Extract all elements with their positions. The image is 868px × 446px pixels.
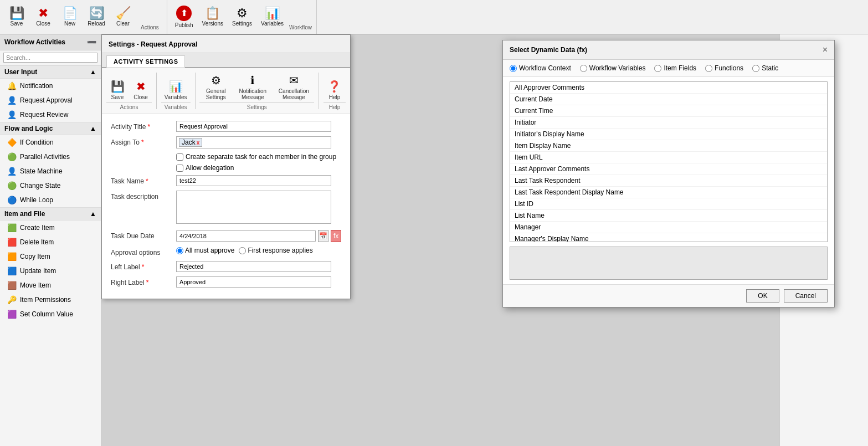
sidebar-collapse-icon[interactable]: ➖: [87, 38, 96, 47]
dynamic-list-item[interactable]: Current Date: [510, 94, 827, 105]
variables-button[interactable]: 📊 Variables: [258, 2, 287, 32]
dynamic-list-item[interactable]: List Name: [510, 210, 827, 222]
approval-first-response-radio[interactable]: [239, 247, 246, 254]
settings-save-button[interactable]: 💾 Save: [106, 78, 129, 102]
radio-functions[interactable]: [705, 65, 712, 72]
radio-item-fields[interactable]: [654, 65, 661, 72]
section-item-and-file[interactable]: Item and File ▲: [0, 207, 101, 221]
cancellation-message-button[interactable]: ✉ Cancellation Message: [273, 71, 314, 102]
help-button[interactable]: ❓ Help: [323, 78, 346, 102]
general-settings-label: General Settings: [203, 88, 229, 100]
sidebar-item-delete-item[interactable]: 🟥 Delete Item: [0, 235, 101, 249]
right-label-row: Right Label *: [111, 276, 341, 288]
reload-label: Reload: [88, 20, 105, 27]
left-label-row: Left Label *: [111, 261, 341, 272]
radio-static[interactable]: [752, 65, 759, 72]
settings-close-button[interactable]: ✖ Close: [130, 78, 152, 102]
approval-all-must-radio[interactable]: [176, 247, 183, 254]
dynamic-list-item[interactable]: Initiator: [510, 117, 827, 129]
new-button[interactable]: 📄 New: [58, 2, 82, 32]
settings-variables-button[interactable]: 📊 Variables: [161, 78, 191, 102]
dynamic-dialog-radios: Workflow Context Workflow Variables Item…: [503, 60, 834, 77]
approval-all-must-label[interactable]: All must approve: [176, 247, 234, 254]
sidebar-item-move-item[interactable]: 🟫 Move Item: [0, 278, 101, 293]
radio-item-fields-label[interactable]: Item Fields: [654, 64, 696, 72]
radio-workflow-context[interactable]: [510, 65, 517, 72]
checkbox-separate-task[interactable]: [176, 153, 183, 161]
sidebar-item-item-permissions[interactable]: 🔑 Item Permissions: [0, 293, 101, 307]
task-due-date-input[interactable]: [176, 230, 316, 242]
item-permissions-icon: 🔑: [7, 295, 17, 305]
clear-button[interactable]: 🧹 Clear: [111, 2, 135, 32]
sidebar-item-while-loop[interactable]: 🔵 While Loop: [0, 193, 101, 207]
section-flow-and-logic[interactable]: Flow and Logic ▲: [0, 122, 101, 135]
settings-button[interactable]: ⚙ Settings: [229, 2, 255, 32]
section-flow-items: 🔶 If Condition 🟢 Parallel Activities 👤 S…: [0, 135, 101, 207]
checkbox-allow-delegation[interactable]: [176, 165, 183, 172]
sidebar-item-if-condition[interactable]: 🔶 If Condition: [0, 135, 101, 150]
dynamic-list-item[interactable]: Last Approver Comments: [510, 163, 827, 175]
radio-workflow-variables[interactable]: [580, 65, 587, 72]
checkbox-allow-delegation-row: Allow delegation: [176, 164, 341, 172]
dynamic-list-item[interactable]: Item URL: [510, 152, 827, 163]
dynamic-list-item[interactable]: Last Task Respondent Display Name: [510, 187, 827, 198]
dynamic-data-list[interactable]: All Approver CommentsCurrent DateCurrent…: [510, 81, 828, 242]
radio-workflow-context-label[interactable]: Workflow Context: [510, 64, 571, 72]
dynamic-list-item[interactable]: Initiator's Display Name: [510, 129, 827, 140]
dynamic-ok-button[interactable]: OK: [746, 289, 779, 303]
approval-first-response-label[interactable]: First response applies: [239, 247, 312, 254]
radio-functions-label[interactable]: Functions: [705, 64, 743, 72]
dynamic-list-item[interactable]: Last Task Respondent: [510, 175, 827, 187]
assign-to-tag-input[interactable]: Jack x: [176, 136, 331, 148]
publish-button[interactable]: ⬆ Publish: [172, 2, 197, 32]
general-settings-button[interactable]: ⚙ General Settings: [199, 71, 232, 102]
save-button[interactable]: 💾 Save: [4, 2, 29, 32]
dynamic-list-item[interactable]: List ID: [510, 198, 827, 210]
sidebar-item-copy-item[interactable]: 🟧 Copy Item: [0, 249, 101, 264]
right-label-input[interactable]: [176, 276, 331, 288]
task-description-input[interactable]: [176, 191, 331, 224]
dynamic-list-item[interactable]: All Approver Comments: [510, 82, 827, 94]
dynamic-list-item[interactable]: Manager's Display Name: [510, 233, 827, 242]
assign-to-tag-remove[interactable]: x: [197, 140, 200, 146]
sidebar-item-state-machine[interactable]: 👤 State Machine: [0, 164, 101, 178]
sidebar-item-create-item[interactable]: 🟩 Create Item: [0, 221, 101, 235]
radio-workflow-variables-label[interactable]: Workflow Variables: [580, 64, 646, 72]
dynamic-list-item[interactable]: Manager: [510, 222, 827, 233]
notification-message-button[interactable]: ℹ Notification Message: [233, 71, 272, 102]
sidebar-item-set-column-value[interactable]: 🟪 Set Column Value: [0, 307, 101, 321]
section-user-input[interactable]: User Input ▲: [0, 65, 101, 79]
sidebar-item-request-approval[interactable]: 👤 Request Approval: [0, 93, 101, 107]
close-button[interactable]: ✖ Close: [31, 2, 55, 32]
radio-static-label[interactable]: Static: [752, 64, 778, 72]
settings-tab-activity[interactable]: ACTIVITY SETTINGS: [106, 55, 185, 68]
checkbox-allow-delegation-label: Allow delegation: [186, 164, 234, 172]
change-state-icon: 🟢: [7, 181, 17, 191]
reload-button[interactable]: 🔄 Reload: [84, 2, 109, 32]
sidebar-item-notification-label: Notification: [20, 82, 53, 90]
sidebar-search-input[interactable]: [3, 53, 97, 63]
dynamic-dialog-close-button[interactable]: ×: [823, 45, 828, 55]
radio-workflow-context-text: Workflow Context: [519, 64, 571, 72]
settings-variables-icon: 📊: [169, 80, 183, 93]
sidebar-item-request-review[interactable]: 👤 Request Review: [0, 107, 101, 122]
dynamic-list-item[interactable]: Current Time: [510, 105, 827, 117]
task-name-input[interactable]: [176, 175, 331, 186]
calendar-button[interactable]: 📅: [318, 230, 328, 242]
dynamic-list-item[interactable]: Item Display Name: [510, 140, 827, 152]
sidebar-item-update-item[interactable]: 🟦 Update Item: [0, 264, 101, 278]
sidebar-item-while-loop-label: While Loop: [20, 196, 53, 204]
sidebar-item-notification[interactable]: 🔔 Notification: [0, 79, 101, 93]
fx-button[interactable]: fx: [331, 230, 341, 242]
dynamic-cancel-button[interactable]: Cancel: [784, 289, 828, 303]
notification-message-label: Notification Message: [237, 88, 269, 100]
left-label-input[interactable]: [176, 261, 331, 272]
activity-title-input[interactable]: [176, 121, 331, 132]
general-settings-icon: ⚙: [211, 74, 221, 87]
task-description-label: Task description: [111, 191, 172, 201]
sidebar-item-parallel-activities[interactable]: 🟢 Parallel Activities: [0, 150, 101, 164]
sidebar-item-change-state-label: Change State: [20, 182, 60, 189]
sidebar-item-change-state[interactable]: 🟢 Change State: [0, 178, 101, 193]
versions-button[interactable]: 📋 Versions: [199, 2, 227, 32]
publish-icon: ⬆: [176, 6, 192, 21]
